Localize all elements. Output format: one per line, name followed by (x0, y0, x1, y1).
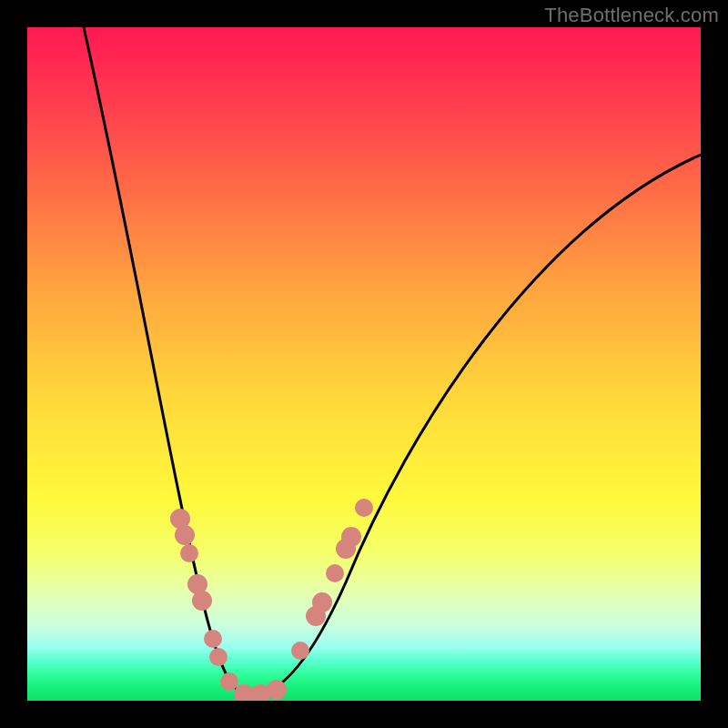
chart-svg (27, 27, 701, 701)
watermark-text: TheBottleneck.com (544, 4, 719, 27)
scatter-dot (175, 525, 195, 545)
scatter-dot (204, 630, 222, 648)
scatter-dot (267, 680, 287, 700)
scatter-dot (220, 672, 238, 691)
scatter-dot (341, 527, 361, 547)
scatter-dot (355, 499, 373, 517)
scatter-group (170, 499, 373, 701)
scatter-dot (209, 648, 228, 666)
bottleneck-curve (84, 27, 701, 696)
scatter-dot (312, 592, 332, 612)
scatter-dot (326, 564, 344, 582)
chart-area (27, 27, 701, 701)
scatter-dot (291, 642, 309, 660)
scatter-dot (192, 591, 212, 611)
scatter-dot (180, 544, 198, 562)
